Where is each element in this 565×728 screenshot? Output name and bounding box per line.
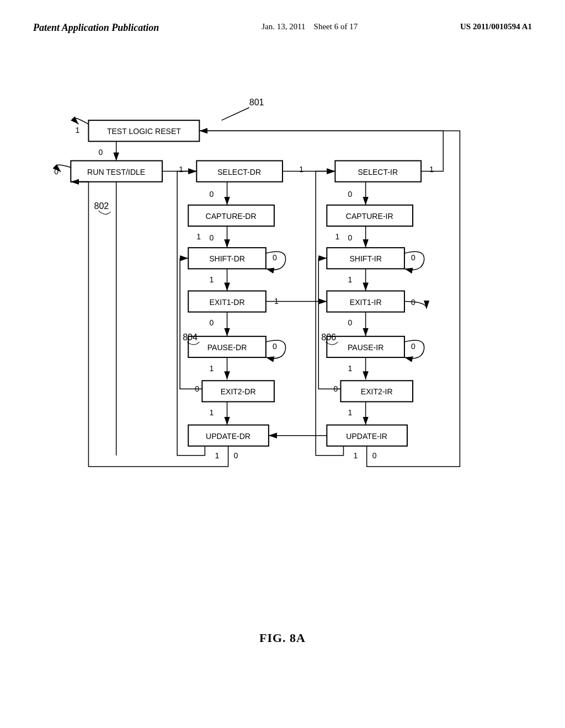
tlr-self-loop bbox=[74, 118, 89, 124]
ref-804-curve bbox=[187, 342, 199, 345]
cir-to-shir-1-label: 1 bbox=[335, 232, 339, 241]
shir-self-label: 0 bbox=[411, 253, 415, 262]
e2dr-to-udr-label: 1 bbox=[209, 409, 214, 417]
select-dr-label: SELECT-DR bbox=[217, 168, 261, 176]
udr-to-rti-arrow bbox=[71, 182, 228, 467]
e1ir-to-pir-label: 0 bbox=[348, 318, 353, 327]
test-logic-reset-label: TEST LOGIC RESET bbox=[107, 127, 181, 136]
e2dr-to-shdr-arrow bbox=[180, 258, 202, 389]
page: Patent Application Publication Jan. 13, … bbox=[0, 0, 565, 728]
capture-dr-label: CAPTURE-DR bbox=[206, 212, 257, 221]
capture-ir-label: CAPTURE-IR bbox=[346, 212, 393, 221]
e1dr-to-e1ir-label: 1 bbox=[274, 297, 279, 306]
exit1-dr-label: EXIT1-DR bbox=[210, 298, 245, 307]
figure-label: FIG. 8A bbox=[259, 631, 306, 645]
cir-to-shir-label: 0 bbox=[348, 233, 353, 242]
header-patent-number: US 2011/0010594 A1 bbox=[460, 22, 532, 31]
shift-dr-label: SHIFT-DR bbox=[209, 254, 245, 263]
shir-to-e1ir-label: 1 bbox=[348, 275, 353, 284]
shift-ir-label: SHIFT-IR bbox=[349, 254, 382, 263]
e1dr-to-pdr-label: 0 bbox=[209, 318, 214, 327]
select-ir-label: SELECT-IR bbox=[358, 168, 398, 176]
pause-dr-label: PAUSE-DR bbox=[207, 343, 247, 352]
ref-804-label: 804 bbox=[183, 332, 198, 342]
sir-to-tlr-label: 1 bbox=[429, 165, 434, 174]
header-date: Jan. 13, 2011 bbox=[262, 22, 305, 31]
svg-line-2 bbox=[222, 108, 249, 120]
udr-to-sdr-arrow bbox=[177, 172, 205, 456]
pause-ir-label: PAUSE-IR bbox=[348, 343, 383, 352]
pdr-to-e2dr-label: 1 bbox=[209, 364, 214, 373]
exit2-dr-label: EXIT2-DR bbox=[221, 387, 256, 396]
rti-to-sdr-label: 1 bbox=[179, 165, 183, 174]
ref-802-curve bbox=[99, 211, 111, 215]
rti-self-label: 0 bbox=[54, 167, 58, 176]
exit2-ir-label: EXIT2-IR bbox=[361, 387, 393, 396]
tlr-self-loop-label: 1 bbox=[75, 126, 79, 135]
udr-to-rti-label: 0 bbox=[234, 451, 238, 460]
update-ir-label: UPDATE-IR bbox=[346, 432, 387, 441]
e2ir-to-shir-arrow bbox=[318, 258, 340, 389]
header-sheet: Sheet 6 of 17 bbox=[314, 22, 358, 31]
uir-to-sir-label: 1 bbox=[354, 451, 358, 460]
pir-self-label: 0 bbox=[411, 342, 415, 351]
ref-806-label: 806 bbox=[321, 332, 336, 342]
ref-801-label: 801 bbox=[249, 97, 264, 107]
ref-802-label: 802 bbox=[94, 201, 109, 211]
header-publication-label: Patent Application Publication bbox=[33, 22, 159, 34]
diagram-area: 801 TEST LOGIC RESET 1 0 RUN TEST/IDLE 0… bbox=[33, 88, 532, 618]
pdr-self-label: 0 bbox=[273, 342, 277, 351]
state-diagram-svg: 801 TEST LOGIC RESET 1 0 RUN TEST/IDLE 0… bbox=[33, 88, 532, 618]
shdr-to-e1dr-label: 1 bbox=[209, 275, 214, 284]
e1ir-right-arrow bbox=[404, 302, 427, 309]
header: Patent Application Publication Jan. 13, … bbox=[0, 22, 565, 34]
sir-to-tlr-arrow bbox=[199, 131, 443, 171]
shdr-self-label: 0 bbox=[273, 253, 277, 262]
ref-806-curve bbox=[326, 342, 338, 345]
udr-to-sdr-label: 1 bbox=[215, 451, 219, 460]
update-dr-label: UPDATE-DR bbox=[206, 432, 250, 441]
tlr-to-rti-label: 0 bbox=[99, 148, 103, 157]
pir-to-e2ir-label: 1 bbox=[348, 364, 353, 373]
rti-self-loop bbox=[56, 165, 71, 172]
sir-to-cir-label: 0 bbox=[348, 190, 353, 199]
cdr-to-shdr-label: 0 bbox=[209, 233, 214, 242]
sdr-to-cdr-label: 0 bbox=[209, 190, 214, 199]
run-test-idle-label: RUN TEST/IDLE bbox=[87, 168, 145, 176]
e2ir-to-uir-label: 1 bbox=[348, 409, 353, 417]
exit1-ir-label: EXIT1-IR bbox=[350, 298, 382, 307]
uir-to-sir-arrow bbox=[316, 172, 343, 456]
header-date-sheet: Jan. 13, 2011 Sheet 6 of 17 bbox=[262, 22, 358, 31]
cdr-to-sdr-1-label: 1 bbox=[196, 232, 201, 241]
sdr-to-sir-label: 1 bbox=[299, 165, 303, 174]
uir-to-rti2-label: 0 bbox=[372, 451, 377, 460]
